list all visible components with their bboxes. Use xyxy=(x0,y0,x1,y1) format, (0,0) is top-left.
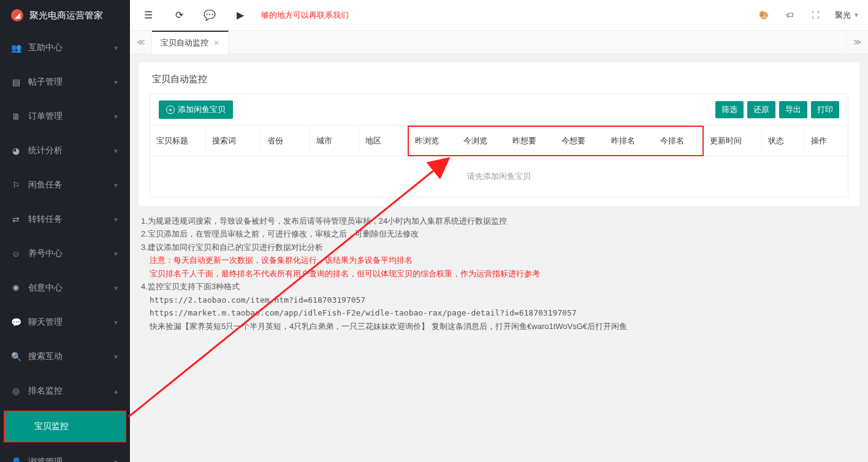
export-button[interactable]: 导出 xyxy=(779,101,807,118)
sidebar-item-tiezi[interactable]: ▤帖子管理▼ xyxy=(0,65,130,99)
notes-block: 1.为规避违规词搜索，导致设备被封号，发布后请等待管理员审核，24小时内加入集群… xyxy=(139,206,859,341)
sidebar-item-zhuanzhuan[interactable]: ⇄转转任务▼ xyxy=(0,202,130,237)
smile-icon: ☺ xyxy=(11,249,21,259)
col-twant[interactable]: 今想要 xyxy=(555,126,604,156)
user-menu[interactable]: 聚光▼ xyxy=(835,10,859,21)
grid-panel: + 添加闲鱼宝贝 筛选 还原 导出 打印 宝贝标题 xyxy=(150,94,848,197)
sidebar-item-dingdan[interactable]: 🗎订单管理▼ xyxy=(0,99,130,134)
print-button[interactable]: 打印 xyxy=(811,101,839,118)
col-city[interactable]: 城市 xyxy=(310,126,359,156)
sidebar-item-paiming[interactable]: ◎排名监控▲ xyxy=(0,374,130,408)
chevron-down-icon: ▼ xyxy=(853,12,859,18)
tabsbar: ≪ 宝贝自动监控 ✕ ≫ xyxy=(130,31,868,54)
search-icon: 🔍 xyxy=(11,352,21,362)
sidebar-item-yanghao[interactable]: ☺养号中心▼ xyxy=(0,237,130,271)
sidebar: ◢ 聚光电商运营管家 👥互助中心▼ ▤帖子管理▼ 🗎订单管理▼ ◕统计分析▼ ⚐… xyxy=(0,0,130,462)
note-url: https://2.taobao.com/item.htm?id=6187031… xyxy=(141,293,857,306)
chevron-down-icon: ▼ xyxy=(113,148,119,154)
col-keyword[interactable]: 搜索词 xyxy=(205,126,261,156)
chevron-down-icon: ▼ xyxy=(113,182,119,189)
col-province[interactable]: 省份 xyxy=(261,126,310,156)
sidebar-item-sousuo[interactable]: 🔍搜索互动▼ xyxy=(0,339,130,374)
note-warning: 注意：每天自动更新一次数据，设备集群化运行，该结果为多设备平均排名 xyxy=(141,254,857,267)
menu-toggle-icon[interactable]: ☰ xyxy=(139,6,158,25)
note-line: 1.为规避违规词搜索，导致设备被封号，发布后请等待管理员审核，24小时内加入集群… xyxy=(141,214,857,227)
gear-icon: ✺ xyxy=(11,283,21,293)
user-icon: 👤 xyxy=(11,457,21,462)
theme-icon[interactable]: 🎨 xyxy=(758,9,770,21)
sidebar-item-liaotian[interactable]: 💬聊天管理▼ xyxy=(0,305,130,339)
note-line: 3.建议添加同行宝贝和自己的宝贝进行数据对比分析 xyxy=(141,241,857,254)
col-action[interactable]: 操作 xyxy=(804,126,847,156)
logo-icon: ◢ xyxy=(11,9,23,21)
sidebar-item-chuangyi[interactable]: ✺创意中心▼ xyxy=(0,271,130,305)
sidebar-item-tongji[interactable]: ◕统计分析▼ xyxy=(0,134,130,168)
main-card: 宝贝自动监控 + 添加闲鱼宝贝 筛选 还原 导出 打印 xyxy=(139,62,859,206)
camera-icon: ◎ xyxy=(11,386,21,396)
flag-icon: ⚐ xyxy=(11,180,21,190)
tab-label: 宝贝自动监控 xyxy=(161,37,208,48)
tabs-scroll-right[interactable]: ≫ xyxy=(846,31,868,54)
data-table: 宝贝标题 搜索词 省份 城市 地区 昨浏览 今浏览 昨想要 今想要 昨排名 今排… xyxy=(150,126,848,197)
col-title[interactable]: 宝贝标题 xyxy=(150,126,205,156)
chevron-down-icon: ▼ xyxy=(113,459,119,463)
sidebar-item-xianyu[interactable]: ⚐闲鱼任务▼ xyxy=(0,168,130,202)
sidebar-subitem-baobei[interactable]: 宝贝监控 xyxy=(5,412,125,441)
chevron-down-icon: ▼ xyxy=(113,79,119,86)
tab-active[interactable]: 宝贝自动监控 ✕ xyxy=(152,31,229,54)
annotation-highlight-sidebar: 宝贝监控 xyxy=(4,411,126,442)
filter-button[interactable]: 筛选 xyxy=(715,101,744,118)
table-header-row: 宝贝标题 搜索词 省份 城市 地区 昨浏览 今浏览 昨想要 今想要 昨排名 今排… xyxy=(150,126,848,156)
page-title: 宝贝自动监控 xyxy=(150,71,848,85)
chart-icon: ◕ xyxy=(11,146,21,156)
topbar: ☰ ⟳ 💬 ▶ 够的地方可以再联系我们 🎨 🏷 ⛶ 聚光▼ xyxy=(130,0,868,31)
chevron-down-icon: ▼ xyxy=(113,354,119,360)
content-area: 宝贝自动监控 + 添加闲鱼宝贝 筛选 还原 导出 打印 xyxy=(130,54,868,462)
topbar-right: 🎨 🏷 ⛶ 聚光▼ xyxy=(758,9,859,21)
fullscreen-icon[interactable]: ⛶ xyxy=(809,9,821,21)
note-line: 4.监控宝贝支持下面3种格式 xyxy=(141,280,857,293)
col-district[interactable]: 地区 xyxy=(359,126,408,156)
chevron-down-icon: ▼ xyxy=(113,319,119,326)
chevron-down-icon: ▼ xyxy=(113,113,119,120)
app-logo: ◢ 聚光电商运营管家 xyxy=(0,0,130,31)
col-yview[interactable]: 昨浏览 xyxy=(408,126,457,156)
tabs-scroll-left[interactable]: ≪ xyxy=(130,31,152,54)
col-status[interactable]: 状态 xyxy=(761,126,804,156)
note-url: https://market.m.taobao.com/app/idleFish… xyxy=(141,306,857,319)
col-updated[interactable]: 更新时间 xyxy=(703,126,761,156)
notice-text: 够的地方可以再联系我们 xyxy=(261,10,758,21)
note-example: 快来捡漏【家养英短5只一个半月英短，4只乳白弟弟，一只三花妹妹欢迎询价】 复制这… xyxy=(141,320,857,333)
chevron-down-icon: ▼ xyxy=(113,285,119,292)
message-icon[interactable]: 💬 xyxy=(200,6,219,25)
add-item-button[interactable]: + 添加闲鱼宝贝 xyxy=(159,100,233,119)
close-icon[interactable]: ✕ xyxy=(213,39,219,47)
sidebar-item-huzhu[interactable]: 👥互助中心▼ xyxy=(0,31,130,65)
chat-icon: 💬 xyxy=(11,317,21,327)
order-icon: 🗎 xyxy=(11,112,21,121)
tag-icon[interactable]: 🏷 xyxy=(783,9,796,21)
col-tview[interactable]: 今浏览 xyxy=(457,126,506,156)
empty-state: 请先添加闲鱼宝贝 xyxy=(150,156,848,197)
plus-icon: + xyxy=(166,105,175,114)
note-line: 2.宝贝添加后，在管理员审核之前，可进行修改，审核之后，可删除但无法修改 xyxy=(141,227,857,240)
app-title: 聚光电商运营管家 xyxy=(29,10,103,21)
chevron-down-icon: ▼ xyxy=(113,45,119,51)
chevron-down-icon: ▼ xyxy=(113,251,119,257)
post-icon: ▤ xyxy=(11,77,21,87)
reset-button[interactable]: 还原 xyxy=(747,101,775,118)
users-icon: 👥 xyxy=(11,43,21,53)
chevron-down-icon: ▼ xyxy=(113,216,119,223)
chevron-up-icon: ▲ xyxy=(113,388,119,395)
refresh-icon[interactable]: ⟳ xyxy=(169,6,189,25)
grid-toolbar: + 添加闲鱼宝贝 筛选 还原 导出 打印 xyxy=(150,94,848,126)
play-icon[interactable]: ▶ xyxy=(230,6,250,25)
transfer-icon: ⇄ xyxy=(11,214,21,224)
col-trank[interactable]: 今排名 xyxy=(654,126,703,156)
col-yrank[interactable]: 昨排名 xyxy=(605,126,654,156)
note-warning: 宝贝排名千人千面，最终排名不代表所有用户查询的排名，但可以体现宝贝的综合权重，作… xyxy=(141,267,857,280)
sidebar-item-liulan[interactable]: 👤浏览管理▼ xyxy=(0,445,130,462)
col-ywant[interactable]: 昨想要 xyxy=(506,126,555,156)
